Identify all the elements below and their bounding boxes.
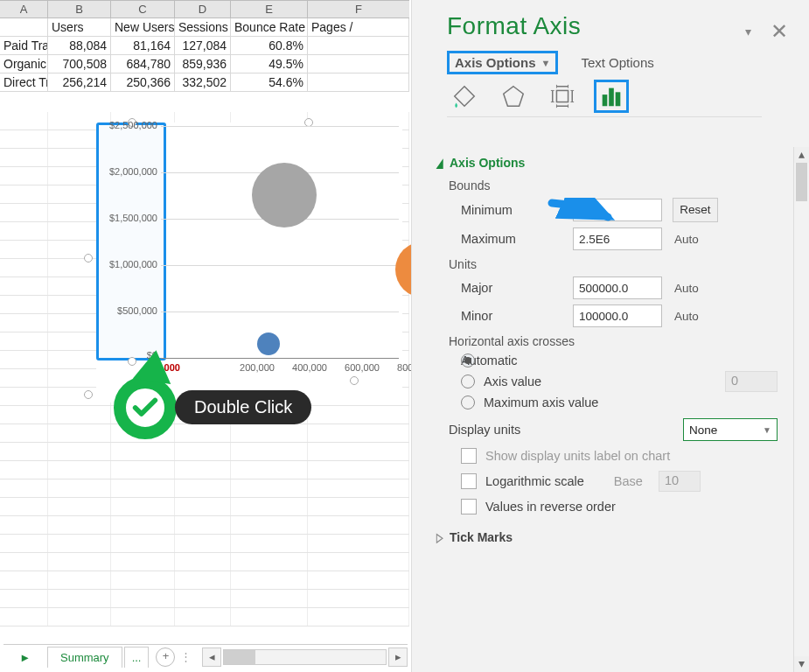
section-tick-marks[interactable]: ▷Tick Marks (435, 530, 793, 544)
cell[interactable]: Paid Traffic (0, 37, 48, 54)
display-units-label: Display units (449, 423, 520, 437)
svg-rect-3 (609, 88, 614, 107)
log-scale-checkbox[interactable]: Logarithmic scale Base 10 (461, 471, 793, 492)
auto-label: Auto (674, 233, 720, 246)
selection-handle[interactable] (84, 254, 93, 262)
minimum-input[interactable] (573, 199, 662, 221)
cell[interactable]: 332,502 (175, 74, 231, 91)
reset-button[interactable]: Reset (673, 198, 718, 222)
cell[interactable]: 700,508 (48, 55, 111, 73)
radio-maximum-axis-value[interactable]: Maximum axis value (461, 396, 793, 410)
cell[interactable]: 256,214 (48, 74, 111, 91)
tab-summary[interactable]: Summary (47, 647, 122, 668)
cell[interactable]: Direct Traffic (0, 74, 48, 91)
cell[interactable]: 250,366 (111, 74, 175, 91)
y-tick-label: $1,500,000 (96, 213, 157, 223)
reverse-order-checkbox[interactable]: Values in reverse order (461, 499, 793, 514)
radio-automatic[interactable]: Automatic (461, 354, 793, 368)
cell[interactable]: 88,084 (48, 37, 111, 54)
cell[interactable]: New Users (111, 18, 175, 36)
panel-dropdown-icon[interactable]: ▾ (745, 24, 751, 38)
scroll-up-button[interactable]: ▴ (794, 147, 809, 163)
close-icon[interactable]: ✕ (771, 19, 788, 44)
colhead-f[interactable]: F (308, 1, 409, 18)
chart-handle[interactable] (84, 390, 93, 399)
colhead-e[interactable]: E (231, 1, 308, 18)
cell[interactable]: Pages / (308, 18, 409, 36)
svg-rect-4 (616, 92, 621, 106)
colhead-a[interactable]: A (0, 1, 48, 18)
major-label: Major (461, 281, 573, 295)
axis-chart-icon[interactable] (594, 80, 629, 113)
cell[interactable]: 81,164 (111, 37, 175, 54)
chevron-down-icon: ▼ (763, 425, 771, 435)
tab-divider: ⋮ (180, 650, 192, 663)
cell[interactable]: 684,780 (111, 55, 175, 73)
cell[interactable] (308, 74, 409, 91)
cell[interactable]: Bounce Rate (231, 18, 308, 36)
plot-area[interactable] (161, 126, 399, 358)
cell[interactable]: Sessions (175, 18, 231, 36)
auto-label: Auto (674, 310, 720, 323)
svg-rect-2 (603, 94, 608, 106)
scroll-thumb[interactable] (796, 163, 807, 201)
colhead-d[interactable]: D (175, 1, 231, 18)
axis-options-label: Axis Options (455, 55, 536, 70)
scroll-right-button[interactable]: ▸ (388, 648, 408, 667)
add-sheet-button[interactable]: + (156, 648, 175, 667)
size-icon[interactable] (545, 80, 580, 113)
chevron-down-icon: ▼ (541, 58, 551, 68)
colhead-b[interactable]: B (48, 1, 111, 18)
panel-body: ◢Axis Options Bounds Minimum Reset Maxim… (412, 147, 793, 672)
radio-axis-value[interactable]: Axis value0 (461, 371, 793, 392)
colhead-c[interactable]: C (111, 1, 175, 18)
x-tick-label: 200,000 (231, 362, 283, 373)
chart-handle[interactable] (350, 376, 359, 385)
cell[interactable]: 49.5% (231, 55, 308, 73)
scroll-down-button[interactable]: ▾ (794, 656, 809, 672)
auto-label: Auto (674, 282, 720, 295)
scroll-track[interactable] (794, 163, 809, 656)
cell[interactable]: 859,936 (175, 55, 231, 73)
axis-options-tab[interactable]: Axis Options ▼ (447, 51, 558, 74)
checkbox-icon (461, 473, 477, 489)
cell[interactable] (308, 37, 409, 54)
y-tick-label: $1,000,000 (96, 259, 157, 270)
fill-icon[interactable] (447, 80, 482, 113)
double-click-callout: Double Click (114, 376, 177, 439)
bubble-paid[interactable] (257, 332, 280, 355)
scroll-track[interactable] (223, 649, 387, 665)
cell[interactable]: Users (48, 18, 111, 36)
scroll-thumb[interactable] (224, 650, 255, 664)
cell[interactable]: 127,084 (175, 37, 231, 54)
panel-scrollbar[interactable]: ▴ ▾ (793, 147, 809, 672)
tab-nav-prev[interactable]: ▸ (3, 650, 45, 664)
checkbox-icon (461, 448, 477, 464)
text-options-tab[interactable]: Text Options (581, 55, 653, 70)
cell[interactable]: Organic Traffic (0, 55, 48, 73)
spreadsheet: A B C D E F Users New Users Sessions Bou… (0, 0, 409, 112)
y-tick-label: $2,000,000 (96, 166, 157, 177)
effects-icon[interactable] (496, 80, 531, 113)
svg-rect-1 (556, 90, 568, 102)
cell[interactable] (0, 18, 48, 36)
radio-dot-icon (461, 396, 475, 410)
sheet-tabs: ▸ Summary ... + ⋮ ◂ ▸ (3, 644, 408, 668)
bubble-direct[interactable] (252, 163, 317, 228)
check-badge (114, 376, 177, 439)
axis-selection[interactable] (96, 122, 166, 360)
format-icon-row (447, 80, 762, 117)
display-units-dropdown[interactable]: None▼ (683, 418, 778, 441)
tab-more[interactable]: ... (124, 647, 150, 668)
column-headers: A B C D E F (0, 0, 409, 18)
cell[interactable]: 54.6% (231, 74, 308, 91)
maximum-input[interactable] (573, 228, 662, 250)
major-input[interactable] (573, 276, 662, 299)
horizontal-scrollbar[interactable]: ◂ ▸ (202, 648, 408, 667)
scroll-left-button[interactable]: ◂ (202, 648, 221, 667)
cell[interactable]: 60.8% (231, 37, 308, 54)
minor-input[interactable] (573, 304, 662, 327)
section-axis-options[interactable]: ◢Axis Options (435, 156, 793, 170)
x-tick-label: 400,000 (283, 362, 336, 373)
cell[interactable] (308, 55, 409, 73)
